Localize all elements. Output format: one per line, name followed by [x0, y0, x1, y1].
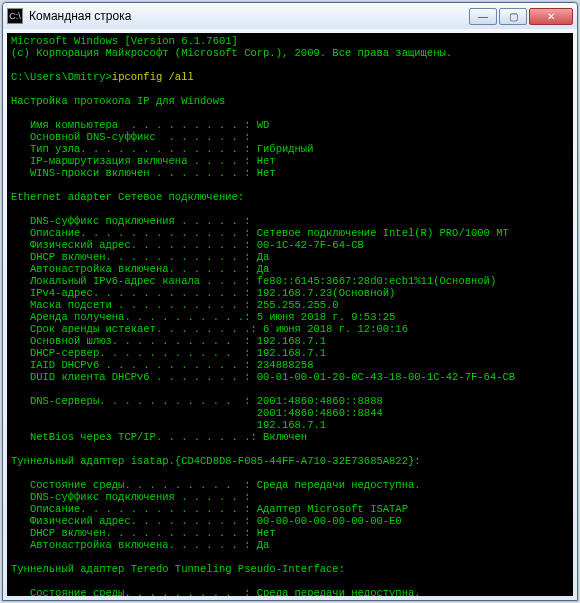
- eth-duid-label: DUID клиента DHCPv6 . . . . . . . :: [11, 371, 257, 383]
- isatap-dhcp-value: Нет: [257, 527, 276, 539]
- isatap-auto-label: Автонастройка включена. . . . . . :: [11, 539, 257, 551]
- isatap-mac-value: 00-00-00-00-00-00-00-E0: [257, 515, 402, 527]
- window-controls: — ▢ ✕: [469, 8, 573, 25]
- eth-gateway-label: Основной шлюз. . . . . . . . . . :: [11, 335, 257, 347]
- eth-iaid-label: IAID DHCPv6 . . . . . . . . . . . :: [11, 359, 257, 371]
- section-header-isatap: Туннельный адаптер isatap.{CD4CD8D8-F085…: [11, 455, 421, 467]
- eth-dnssuffix-label: DNS-суффикс подключения . . . . . :: [11, 215, 250, 227]
- terminal-output: Microsoft Windows [Version 6.1.7601] (c)…: [11, 35, 569, 596]
- host-dns-label: Основной DNS-суффикс . . . . . . :: [11, 131, 250, 143]
- eth-ipv4-value: 192.168.7.23(Основной): [257, 287, 396, 299]
- command-prompt-window: C:\ Командная строка — ▢ ✕ Microsoft Win…: [2, 2, 578, 601]
- eth-dns-label: DNS-серверы. . . . . . . . . . . :: [11, 395, 257, 407]
- eth-dhcpserver-value: 192.168.7.1: [257, 347, 326, 359]
- prompt-cwd: C:\Users\Dmitry>: [11, 71, 112, 83]
- eth-auto-value: Да: [257, 263, 270, 275]
- terminal-client-area[interactable]: Microsoft Windows [Version 6.1.7601] (c)…: [7, 33, 573, 596]
- isatap-state-label: Состояние среды. . . . . . . . . :: [11, 479, 257, 491]
- eth-dns-value-3: 192.168.7.1: [11, 419, 326, 431]
- host-wins-label: WINS-прокси включен . . . . . . . :: [11, 167, 257, 179]
- host-name-value: WD: [257, 119, 270, 131]
- eth-mac-value: 00-1C-42-7F-64-CB: [257, 239, 364, 251]
- eth-linklocal6-label: Локальный IPv6-адрес канала . . . :: [11, 275, 257, 287]
- eth-desc-label: Описание. . . . . . . . . . . . . :: [11, 227, 257, 239]
- eth-netbios-value: Включен: [263, 431, 307, 443]
- host-name-label: Имя компьютера . . . . . . . . . :: [11, 119, 257, 131]
- eth-auto-label: Автонастройка включена. . . . . . :: [11, 263, 257, 275]
- eth-mask-label: Маска подсети . . . . . . . . . . :: [11, 299, 257, 311]
- eth-netbios-label: NetBios через TCP/IP. . . . . . . .:: [11, 431, 263, 443]
- host-type-value: Гибридный: [257, 143, 314, 155]
- eth-lease-obtained-label: Аренда получена. . . . . . . . . .:: [11, 311, 257, 323]
- prompt-command: ipconfig /all: [112, 71, 194, 83]
- eth-dns-value-1: 2001:4860:4860::8888: [257, 395, 383, 407]
- isatap-auto-value: Да: [257, 539, 270, 551]
- eth-mac-label: Физический адрес. . . . . . . . . :: [11, 239, 257, 251]
- close-button[interactable]: ✕: [529, 8, 573, 25]
- section-header-teredo: Туннельный адаптер Teredo Tunneling Pseu…: [11, 563, 345, 575]
- host-wins-value: Нет: [257, 167, 276, 179]
- isatap-desc-label: Описание. . . . . . . . . . . . . :: [11, 503, 257, 515]
- eth-gateway-value: 192.168.7.1: [257, 335, 326, 347]
- isatap-state-value: Среда передачи недоступна.: [257, 479, 421, 491]
- teredo-state-value: Среда передачи недоступна.: [257, 587, 421, 596]
- eth-dhcpserver-label: DHCP-сервер. . . . . . . . . . . :: [11, 347, 257, 359]
- host-iprouting-value: Нет: [257, 155, 276, 167]
- eth-dhcp-label: DHCP включен. . . . . . . . . . . :: [11, 251, 257, 263]
- eth-iaid-value: 234888258: [257, 359, 314, 371]
- isatap-dhcp-label: DHCP включен. . . . . . . . . . . :: [11, 527, 257, 539]
- eth-lease-expires-label: Срок аренды истекает. . . . . . . .:: [11, 323, 263, 335]
- eth-mask-value: 255.255.255.0: [257, 299, 339, 311]
- maximize-button[interactable]: ▢: [499, 8, 527, 25]
- teredo-state-label: Состояние среды. . . . . . . . . :: [11, 587, 257, 596]
- section-header-ethernet: Ethernet adapter Сетевое подключение:: [11, 191, 244, 203]
- eth-lease-obtained-value: 5 июня 2018 г. 9:53:25: [257, 311, 396, 323]
- eth-linklocal6-value: fe80::6145:3667:28d0:ecb1%11(Основной): [257, 275, 496, 287]
- section-header-main: Настройка протокола IP для Windows: [11, 95, 225, 107]
- isatap-mac-label: Физический адрес. . . . . . . . . :: [11, 515, 257, 527]
- eth-desc-value: Сетевое подключение Intel(R) PRO/1000 MT: [257, 227, 509, 239]
- minimize-button[interactable]: —: [469, 8, 497, 25]
- eth-duid-value: 00-01-00-01-20-0C-43-18-00-1C-42-7F-64-C…: [257, 371, 515, 383]
- eth-lease-expires-value: 6 июня 2018 г. 12:00:16: [263, 323, 408, 335]
- isatap-dnssuffix-label: DNS-суффикс подключения . . . . . :: [11, 491, 250, 503]
- banner-line1: Microsoft Windows [Version 6.1.7601]: [11, 35, 238, 47]
- host-type-label: Тип узла. . . . . . . . . . . . . :: [11, 143, 257, 155]
- titlebar[interactable]: C:\ Командная строка — ▢ ✕: [3, 3, 577, 29]
- isatap-desc-value: Адаптер Microsoft ISATAP: [257, 503, 408, 515]
- eth-dhcp-value: Да: [257, 251, 270, 263]
- eth-dns-value-2: 2001:4860:4860::8844: [11, 407, 383, 419]
- host-iprouting-label: IP-маршрутизация включена . . . . :: [11, 155, 257, 167]
- eth-ipv4-label: IPv4-адрес. . . . . . . . . . . . :: [11, 287, 257, 299]
- window-title: Командная строка: [29, 9, 469, 23]
- app-icon: C:\: [7, 8, 23, 24]
- banner-line2: (c) Корпорация Майкрософт (Microsoft Cor…: [11, 47, 452, 59]
